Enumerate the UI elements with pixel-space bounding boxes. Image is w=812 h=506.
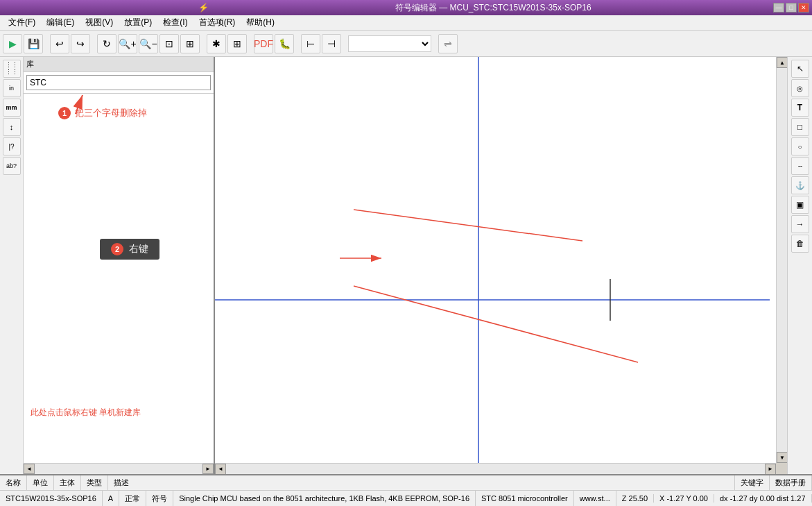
- grid-button[interactable]: ⊞: [227, 34, 247, 53]
- svg-line-7: [354, 210, 582, 241]
- rightclick-button[interactable]: 2 右键: [100, 239, 159, 260]
- status-datasheet-value: www.st...: [574, 491, 616, 506]
- status-body-label: 主体: [54, 475, 81, 490]
- lib-input-area: [24, 72, 214, 94]
- lib-search-input[interactable]: [26, 75, 211, 90]
- menu-help[interactable]: 帮助(H): [241, 15, 280, 30]
- pin2-button[interactable]: ⊣: [322, 34, 341, 53]
- scroll-corner: [776, 463, 787, 474]
- zoom-out-button[interactable]: 🔍−: [139, 34, 158, 53]
- coord-xy: X -1.27 Y 0.00: [654, 494, 714, 503]
- scroll-right-btn[interactable]: ►: [765, 464, 776, 475]
- lt-grid-btn[interactable]: ⋮⋮⋮⋮: [3, 60, 21, 78]
- undo-button[interactable]: ↩: [50, 34, 69, 53]
- status-desc-label: 描述: [108, 475, 735, 490]
- close-button[interactable]: ✕: [798, 3, 809, 12]
- status-datasheet-label: 数据手册: [770, 475, 812, 490]
- maximize-button[interactable]: □: [786, 3, 797, 12]
- scroll-left-btn[interactable]: ◄: [215, 464, 226, 475]
- menu-view[interactable]: 视图(V): [80, 15, 119, 30]
- scroll-thumb[interactable]: [777, 68, 787, 452]
- rt-box-btn[interactable]: ▣: [791, 196, 809, 214]
- svg-line-8: [354, 286, 638, 362]
- status-type-label: 类型: [81, 475, 108, 490]
- lt-inch-btn[interactable]: in: [3, 79, 21, 97]
- tb-sep3: [201, 34, 205, 53]
- h-scroll-track[interactable]: [226, 464, 765, 474]
- lt-text-btn[interactable]: ab?: [3, 157, 21, 175]
- refresh-button[interactable]: ↻: [97, 34, 116, 53]
- rt-rect-btn[interactable]: □: [791, 118, 809, 136]
- status-name-value: STC15W201S-35x-SOP16: [0, 491, 103, 506]
- zoom-in-button[interactable]: 🔍+: [118, 34, 137, 53]
- toolbar: ▶ 💾 ↩ ↪ ↻ 🔍+ 🔍− ⊡ ⊞ ✱ ⊞ PDF 🐛 ⊢ ⊣ ⇌: [0, 31, 812, 57]
- left-toolbar: ⋮⋮⋮⋮ in mm ↕ |? ab?: [0, 57, 24, 474]
- lib-header: 库: [24, 57, 214, 72]
- save-button[interactable]: 💾: [24, 34, 43, 53]
- menu-preferences[interactable]: 首选项(R): [193, 15, 241, 30]
- special-button[interactable]: ⇌: [438, 34, 458, 53]
- status-desc-value: Single Chip MCU based on the 8051 archit…: [173, 491, 476, 506]
- main-layout: ⋮⋮⋮⋮ in mm ↕ |? ab? 库 ◄ ► 1: [0, 57, 812, 474]
- menu-file[interactable]: 文件(F): [3, 15, 41, 30]
- pdf-button[interactable]: PDF: [254, 34, 273, 53]
- rt-select-btn[interactable]: ↖: [791, 60, 809, 78]
- coords-area: Z 25.50 X -1.27 Y 0.00 dx -1.27 dy 0.00 …: [616, 494, 812, 503]
- left-panel: 库 ◄ ► 1 把三个字母删除掉: [24, 57, 215, 474]
- coord-z: Z 25.50: [616, 494, 654, 503]
- vert-scrollbar[interactable]: ▲ ▼: [776, 57, 787, 463]
- redo-button[interactable]: ↪: [71, 34, 90, 53]
- app-icon: ⚡: [198, 3, 209, 12]
- status-row2: STC15W201S-35x-SOP16 A 正常 符号 Single Chip…: [0, 491, 812, 506]
- scroll-left-arrow[interactable]: ◄: [24, 464, 35, 474]
- rt-anchor-btn[interactable]: ⚓: [791, 176, 809, 194]
- canvas-area[interactable]: ◄ ► ▲ ▼: [215, 57, 787, 474]
- unit-dropdown[interactable]: [348, 35, 431, 52]
- menu-edit[interactable]: 编辑(E): [41, 15, 80, 30]
- scroll-up-btn[interactable]: ▲: [777, 57, 787, 68]
- status-row1: 名称 单位 主体 类型 描述 关键字 数据手册: [0, 475, 812, 491]
- minimize-button[interactable]: —: [773, 3, 784, 12]
- tb-sep1: [44, 34, 49, 53]
- zoom-area-button[interactable]: ⊞: [180, 34, 200, 53]
- lt-arrow-btn[interactable]: ↕: [3, 118, 21, 136]
- scroll-track: [35, 464, 202, 474]
- status-body-value: 正常: [119, 491, 146, 506]
- tb-sep5: [295, 34, 300, 53]
- lib-list[interactable]: [24, 94, 214, 463]
- lib-header-label: 库: [26, 59, 34, 69]
- titlebar: ⚡ 符号编辑器 — MCU_STC:STC15W201S-35x-SOP16 —…: [0, 0, 812, 15]
- tb-sep7: [433, 34, 437, 53]
- scroll-right-arrow[interactable]: ►: [202, 464, 214, 474]
- step2-label: 右键: [129, 243, 148, 255]
- statusbar: 名称 单位 主体 类型 描述 关键字 数据手册 STC15W201S-35x-S…: [0, 474, 812, 506]
- horiz-scrollbar[interactable]: ◄ ►: [215, 463, 776, 474]
- lt-mm-btn[interactable]: mm: [3, 99, 21, 117]
- rt-line-btn[interactable]: ╌: [791, 157, 809, 175]
- scroll-down-btn[interactable]: ▼: [777, 452, 787, 463]
- bug-button[interactable]: 🐛: [275, 34, 294, 53]
- canvas-drawing: [215, 57, 787, 474]
- rt-delete-btn[interactable]: 🗑: [791, 235, 809, 253]
- lib-scrollbar-bottom[interactable]: ◄ ►: [24, 463, 214, 474]
- rt-import-btn[interactable]: →: [791, 215, 809, 233]
- status-keyword-label: 关键字: [735, 475, 770, 490]
- rt-circle-btn[interactable]: ◎: [791, 79, 809, 97]
- step2-badge: 2: [111, 243, 123, 255]
- zoom-fit-button[interactable]: ⊡: [159, 34, 179, 53]
- status-type-value: 符号: [146, 491, 173, 506]
- run-button[interactable]: ▶: [3, 34, 22, 53]
- cursor-button[interactable]: ✱: [207, 34, 226, 53]
- tb-sep6: [343, 34, 347, 53]
- rt-ellipse-btn[interactable]: ○: [791, 137, 809, 155]
- status-keyword-value: STC 8051 microcontroller: [476, 491, 574, 506]
- menubar: 文件(F) 编辑(E) 视图(V) 放置(P) 检查(I) 首选项(R) 帮助(…: [0, 15, 812, 31]
- right-toolbar: ↖ ◎ T □ ○ ╌ ⚓ ▣ → 🗑: [787, 57, 812, 474]
- rt-text-btn[interactable]: T: [791, 99, 809, 117]
- menu-place[interactable]: 放置(P): [119, 15, 157, 30]
- menu-inspect[interactable]: 检查(I): [157, 15, 193, 30]
- titlebar-title: 符号编辑器 — MCU_STC:STC15W201S-35x-SOP16: [395, 2, 591, 14]
- titlebar-controls: — □ ✕: [773, 3, 809, 12]
- pin-button[interactable]: ⊢: [301, 34, 320, 53]
- lt-pin-btn[interactable]: |?: [3, 137, 21, 155]
